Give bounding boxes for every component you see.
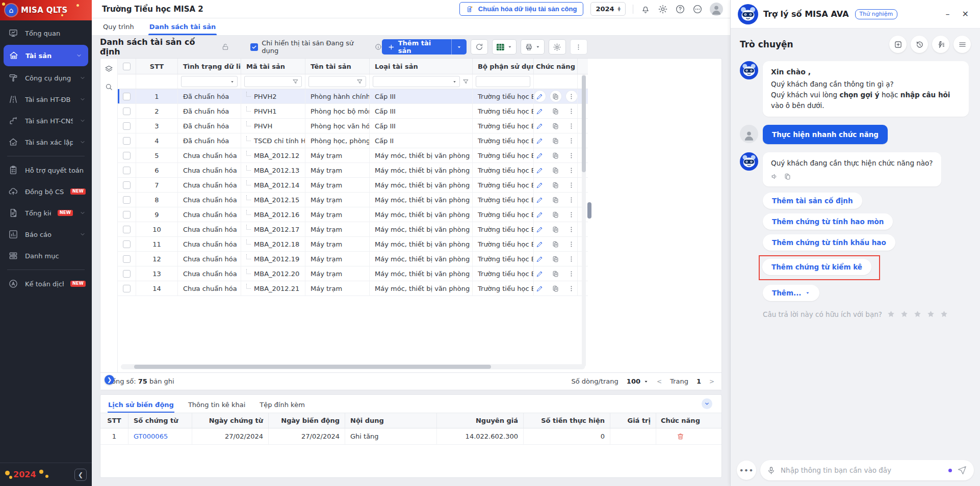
table-row[interactable]: 3 Đã chuẩn hóa PHVH Phòng học văn hóa Cấ… (118, 119, 588, 133)
row-checkbox[interactable] (123, 196, 131, 204)
new-chat-button[interactable] (889, 36, 907, 53)
duplicate-button[interactable] (550, 224, 561, 235)
sidebar-item-tai-san-ht-db[interactable]: Tài sản HT-ĐB (0, 89, 92, 110)
edit-button[interactable] (534, 105, 546, 117)
table-row[interactable]: 11 Chưa chuẩn hóa MBA_2012.18 Máy trạm M… (118, 237, 588, 252)
sidebar-item-bao-cao[interactable]: Báo cáo (0, 224, 92, 245)
notification-bell-icon[interactable] (640, 4, 651, 14)
horizontal-scrollbar-thumb[interactable] (134, 365, 491, 369)
send-icon[interactable] (957, 465, 967, 475)
duplicate-button[interactable] (550, 105, 561, 117)
star-icon[interactable] (887, 310, 895, 318)
sidebar-item-tai-san-ht-cns[interactable]: Tài sản HT-CNS (0, 110, 92, 131)
table-row[interactable]: 14 Chưa chuẩn hóa MBA_2012.21 Máy trạm M… (118, 281, 588, 296)
show-in-use-checkbox[interactable] (250, 43, 258, 51)
tab-quy-trinh[interactable]: Quy trình (102, 19, 135, 35)
sidebar-item-tong-quan[interactable]: Tổng quan (0, 22, 92, 44)
edit-button[interactable] (534, 120, 546, 131)
table-row[interactable]: 12 Chưa chuẩn hóa MBA_2012.19 Máy trạm M… (118, 252, 588, 266)
search-icon[interactable] (105, 83, 113, 91)
next-page-button[interactable]: > (709, 378, 714, 385)
duplicate-button[interactable] (550, 209, 561, 220)
document-link[interactable]: GT000065 (134, 433, 168, 440)
speaker-icon[interactable] (771, 173, 779, 180)
detail-collapse-button[interactable] (702, 398, 712, 409)
status-filter[interactable] (178, 74, 241, 89)
duplicate-button[interactable] (550, 165, 561, 176)
row-more-button[interactable] (566, 224, 577, 235)
duplicate-button[interactable] (550, 283, 561, 294)
expand-panel-button[interactable]: ❯ (105, 375, 114, 385)
horizontal-scrollbar[interactable] (121, 364, 585, 369)
duplicate-button[interactable] (550, 91, 561, 102)
microphone-icon[interactable] (767, 466, 776, 475)
edit-button[interactable] (534, 238, 546, 250)
star-icon[interactable] (926, 310, 935, 318)
duplicate-button[interactable] (550, 150, 561, 161)
row-checkbox[interactable] (123, 137, 131, 145)
more-actions-button[interactable] (570, 39, 587, 55)
fiscal-year-select[interactable]: 2024 ▲▼ (590, 2, 626, 16)
row-more-button[interactable] (566, 105, 577, 117)
row-checkbox[interactable] (123, 285, 131, 292)
row-more-button[interactable] (566, 268, 577, 279)
sidebar-item-danh-muc[interactable]: Danh mục (0, 245, 92, 266)
row-checkbox[interactable] (123, 122, 131, 130)
column-header-status[interactable]: Tình trạng dữ liệu (178, 59, 241, 74)
rows-per-page-select[interactable]: 100 (627, 377, 649, 385)
select-all-checkbox[interactable] (123, 63, 131, 70)
row-more-button[interactable] (566, 194, 577, 205)
input-more-button[interactable]: ••• (737, 461, 756, 480)
row-more-button[interactable] (566, 179, 577, 191)
star-icon[interactable] (913, 310, 922, 318)
row-checkbox[interactable] (123, 255, 131, 263)
row-checkbox[interactable] (123, 152, 131, 159)
star-icon[interactable] (900, 310, 909, 318)
row-more-button[interactable] (566, 238, 577, 250)
row-checkbox[interactable] (123, 107, 131, 115)
edit-button[interactable] (534, 179, 546, 191)
chip-them-chung-tu-tinh-hao-mon[interactable]: Thêm chứng từ tính hao mòn (763, 213, 893, 230)
more-options-icon[interactable] (692, 4, 703, 14)
table-row[interactable]: 10 Chưa chuẩn hóa MBA_2012.17 Máy trạm M… (118, 222, 588, 237)
edit-button[interactable] (534, 268, 546, 279)
edit-button[interactable] (534, 224, 546, 235)
info-icon[interactable] (375, 43, 382, 50)
table-row[interactable]: 1 Đã chuẩn hóa PHVH2 Phòng hành chính Cấ… (118, 89, 588, 104)
duplicate-button[interactable] (550, 179, 561, 191)
row-checkbox[interactable] (123, 226, 131, 233)
edit-button[interactable] (534, 150, 546, 161)
table-row[interactable]: 4 Đã chuẩn hóa TSCĐ chỉ tính HM_ nhi... … (118, 133, 588, 148)
edit-button[interactable] (534, 253, 546, 264)
column-header-stt[interactable]: STT (136, 59, 178, 74)
row-more-button[interactable] (566, 135, 577, 146)
table-row[interactable]: 13 Chưa chuẩn hóa MBA_2012.20 Máy trạm M… (118, 266, 588, 281)
table-row[interactable]: 6 Chưa chuẩn hóa MBA_2012.13 Máy trạm Má… (118, 163, 588, 178)
edit-button[interactable] (534, 135, 546, 146)
minimize-button[interactable]: – (946, 10, 950, 18)
sidebar-item-dong-bo-csdl-tsc[interactable]: Đồng bộ CSDL TSC NEW (0, 181, 92, 202)
type-filter[interactable] (370, 74, 473, 89)
row-more-button[interactable] (566, 209, 577, 220)
table-row[interactable]: 9 Chưa chuẩn hóa MBA_2012.16 Máy trạm Má… (118, 207, 588, 222)
row-checkbox[interactable] (123, 167, 131, 174)
star-icon[interactable] (940, 310, 948, 318)
vertical-scrollbar-thumb[interactable] (582, 75, 586, 172)
edit-button[interactable] (534, 209, 546, 220)
copy-icon[interactable] (784, 173, 791, 180)
edit-button[interactable] (534, 165, 546, 176)
settings-gear-icon[interactable] (658, 4, 668, 14)
sidebar-item-tai-san[interactable]: Tài sản (4, 45, 88, 66)
row-checkbox[interactable] (123, 270, 131, 278)
column-header-name[interactable]: Tên tài sản (305, 59, 370, 74)
print-button[interactable] (521, 39, 545, 55)
vertical-scrollbar[interactable] (582, 74, 586, 367)
sidebar-item-ho-tro-quyet-toan[interactable]: Hỗ trợ quyết toán (0, 159, 92, 181)
chip-them-chung-tu-kiem-ke[interactable]: Thêm chứng từ kiểm kê (762, 259, 871, 275)
column-header-code[interactable]: Mã tài sản (241, 59, 305, 74)
row-more-button[interactable] (566, 283, 577, 294)
tab-lich-su-bien-dong[interactable]: Lịch sử biến động (108, 396, 174, 413)
chip-them-chung-tu-tinh-khau-hao[interactable]: Thêm chứng từ tính khấu hao (763, 234, 895, 251)
code-filter[interactable] (241, 74, 305, 89)
table-settings-button[interactable] (549, 39, 566, 55)
